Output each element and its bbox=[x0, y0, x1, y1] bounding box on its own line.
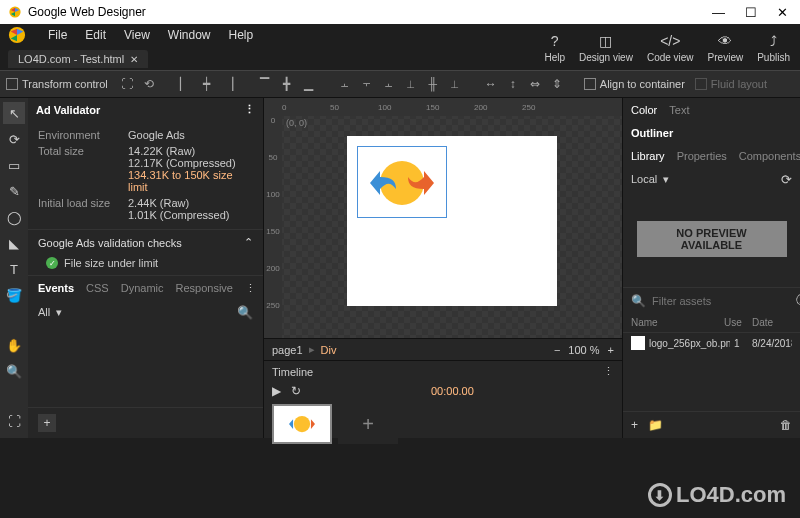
menu-edit[interactable]: Edit bbox=[85, 28, 106, 42]
scene-thumbnail[interactable] bbox=[272, 404, 332, 444]
tabs-more-icon[interactable]: ⋮ bbox=[245, 282, 256, 295]
align-container-checkbox[interactable] bbox=[584, 78, 596, 90]
tab-dynamic[interactable]: Dynamic bbox=[121, 282, 164, 295]
align-top-icon[interactable]: ▔ bbox=[256, 75, 274, 93]
align-left-icon[interactable]: ▏ bbox=[176, 75, 194, 93]
play-button[interactable]: ▶ bbox=[272, 384, 281, 398]
zoom-out-button[interactable]: − bbox=[554, 344, 560, 356]
left-panel: Ad Validator ⋮ EnvironmentGoogle Ads Tot… bbox=[28, 98, 264, 438]
dist-right-icon[interactable]: ⫠ bbox=[380, 75, 398, 93]
col-name[interactable]: Name bbox=[631, 317, 724, 328]
panel-menu-icon[interactable]: ⋮ bbox=[244, 103, 255, 116]
match-height-icon[interactable]: ⇕ bbox=[548, 75, 566, 93]
asset-list-header: Name Use Date bbox=[623, 313, 800, 333]
rotate-3d-tool[interactable]: ⟳ bbox=[3, 128, 25, 150]
tab-responsive[interactable]: Responsive bbox=[176, 282, 233, 295]
rp-tab-components[interactable]: Components bbox=[739, 150, 800, 162]
search-icon: 🔍 bbox=[631, 294, 646, 308]
minimize-button[interactable]: — bbox=[708, 5, 729, 20]
menu-bar: File Edit View Window Help bbox=[0, 24, 544, 46]
hand-tool[interactable]: ✋ bbox=[3, 334, 25, 356]
code-view-label: Code view bbox=[647, 52, 694, 63]
add-scene-button[interactable]: + bbox=[338, 404, 398, 444]
delete-asset-button[interactable]: 🗑 bbox=[780, 418, 792, 432]
code-view-button[interactable]: </>Code view bbox=[647, 32, 694, 63]
events-filter-row: All ▾ 🔍 bbox=[28, 301, 263, 324]
library-source-select[interactable]: Local ▾ bbox=[631, 173, 781, 186]
transform-checkbox[interactable] bbox=[6, 78, 18, 90]
align-right-icon[interactable]: ▕ bbox=[220, 75, 238, 93]
dist-center-v-icon[interactable]: ╫ bbox=[424, 75, 442, 93]
canvas-area: 050100150200250 050100150200250 (0, 0) bbox=[264, 98, 622, 438]
outliner-header[interactable]: Outliner bbox=[623, 122, 800, 144]
align-center-h-icon[interactable]: ┿ bbox=[198, 75, 216, 93]
dist-bottom-icon[interactable]: ⟂ bbox=[446, 75, 464, 93]
add-asset-button[interactable]: + bbox=[631, 418, 638, 432]
watermark-text: LO4D.com bbox=[676, 482, 786, 508]
cursor-coords: (0, 0) bbox=[286, 118, 307, 128]
menu-window[interactable]: Window bbox=[168, 28, 211, 42]
dist-top-icon[interactable]: ⟂ bbox=[402, 75, 420, 93]
rp-tab-library[interactable]: Library bbox=[631, 150, 665, 162]
spacing-v-icon[interactable]: ↕ bbox=[504, 75, 522, 93]
selected-element[interactable] bbox=[357, 146, 447, 218]
timeline-menu-icon[interactable]: ⋮ bbox=[603, 365, 614, 378]
document-tab[interactable]: LO4D.com - Test.html ✕ bbox=[8, 50, 148, 68]
maximize-button[interactable]: ☐ bbox=[741, 5, 761, 20]
clear-filter-icon[interactable]: ⓧ bbox=[796, 292, 800, 309]
pen-tool[interactable]: ✎ bbox=[3, 180, 25, 202]
design-view-button[interactable]: ◫Design view bbox=[579, 32, 633, 63]
document-page[interactable] bbox=[347, 136, 557, 306]
rp-tab-properties[interactable]: Properties bbox=[677, 150, 727, 162]
refresh-icon[interactable]: ⟳ bbox=[781, 172, 792, 187]
breadcrumb-page[interactable]: page1 bbox=[272, 344, 303, 356]
validation-checks-section[interactable]: Google Ads validation checks ⌃ bbox=[28, 229, 263, 255]
menu-view[interactable]: View bbox=[124, 28, 150, 42]
expand-tool[interactable]: ⛶ bbox=[3, 410, 25, 432]
element-tool[interactable]: ▭ bbox=[3, 154, 25, 176]
preview-button[interactable]: 👁Preview bbox=[708, 32, 744, 63]
help-button[interactable]: ?Help bbox=[544, 32, 565, 63]
crop-icon[interactable]: ⛶ bbox=[118, 75, 136, 93]
rp-tab-text[interactable]: Text bbox=[669, 104, 689, 116]
col-use[interactable]: Use bbox=[724, 317, 752, 328]
zoom-tool[interactable]: 🔍 bbox=[3, 360, 25, 382]
tab-css[interactable]: CSS bbox=[86, 282, 109, 295]
text-tool[interactable]: T bbox=[3, 258, 25, 280]
spacing-h-icon[interactable]: ↔ bbox=[482, 75, 500, 93]
match-width-icon[interactable]: ⇔ bbox=[526, 75, 544, 93]
col-date[interactable]: Date bbox=[752, 317, 792, 328]
dist-left-icon[interactable]: ⫠ bbox=[336, 75, 354, 93]
left-panel-tabs: Events CSS Dynamic Responsive ⋮ bbox=[28, 275, 263, 301]
align-center-v-icon[interactable]: ╋ bbox=[278, 75, 296, 93]
rp-tab-color[interactable]: Color bbox=[631, 104, 657, 116]
tag-tool[interactable]: ◣ bbox=[3, 232, 25, 254]
publish-button[interactable]: ⤴Publish bbox=[757, 32, 790, 63]
tool-bar: ↖ ⟳ ▭ ✎ ◯ ◣ T 🪣 ✋ 🔍 ⛶ bbox=[0, 98, 28, 438]
filter-assets-input[interactable] bbox=[652, 295, 790, 307]
zoom-in-button[interactable]: + bbox=[608, 344, 614, 356]
events-filter-select[interactable]: All ▾ bbox=[38, 306, 227, 319]
new-folder-button[interactable]: 📁 bbox=[648, 418, 663, 432]
document-tab-bar: LO4D.com - Test.html ✕ bbox=[0, 46, 544, 68]
ruler-horizontal: 050100150200250 bbox=[264, 98, 622, 116]
menu-help[interactable]: Help bbox=[229, 28, 254, 42]
fluid-checkbox[interactable] bbox=[695, 78, 707, 90]
dist-center-h-icon[interactable]: ⫟ bbox=[358, 75, 376, 93]
selection-tool[interactable]: ↖ bbox=[3, 102, 25, 124]
asset-row[interactable]: logo_256px_ob.png 1 8/24/2018, 9:20:05 P… bbox=[623, 333, 800, 353]
stage[interactable]: (0, 0) bbox=[282, 116, 622, 338]
close-button[interactable]: ✕ bbox=[773, 5, 792, 20]
loop-button[interactable]: ↻ bbox=[291, 384, 301, 398]
breadcrumb-element[interactable]: Div bbox=[321, 344, 337, 356]
menu-file[interactable]: File bbox=[48, 28, 67, 42]
search-icon[interactable]: 🔍 bbox=[237, 305, 253, 320]
add-event-button[interactable]: + bbox=[38, 414, 56, 432]
rotate-icon[interactable]: ⟲ bbox=[140, 75, 158, 93]
tab-events[interactable]: Events bbox=[38, 282, 74, 295]
shape-tool[interactable]: ◯ bbox=[3, 206, 25, 228]
asset-name: logo_256px_ob.png bbox=[649, 338, 730, 349]
tab-close-icon[interactable]: ✕ bbox=[130, 54, 138, 65]
fill-tool[interactable]: 🪣 bbox=[3, 284, 25, 306]
align-bottom-icon[interactable]: ▁ bbox=[300, 75, 318, 93]
